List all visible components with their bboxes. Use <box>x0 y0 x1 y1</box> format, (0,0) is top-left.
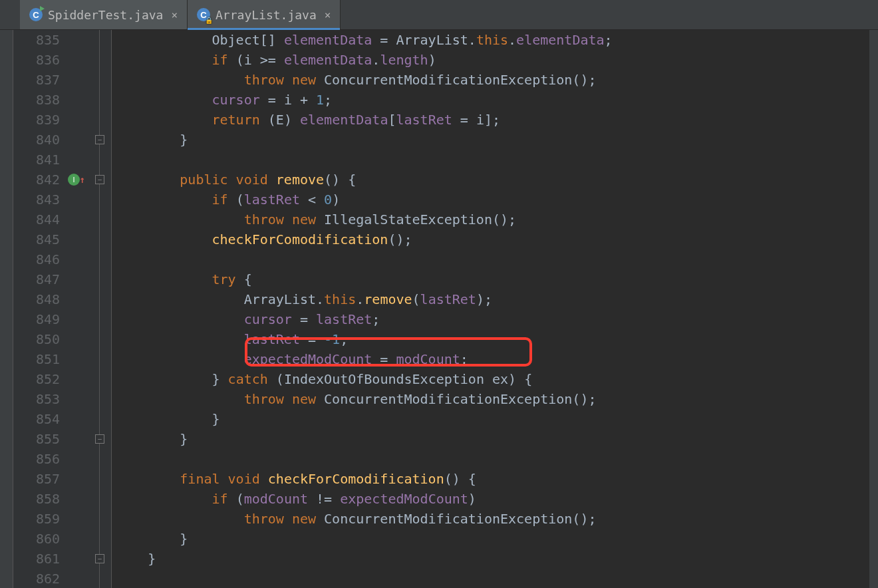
error-stripe[interactable] <box>869 30 878 588</box>
code-line[interactable] <box>116 249 869 269</box>
line-number: 850 <box>23 329 60 349</box>
fold-collapse-icon[interactable]: – <box>95 554 104 563</box>
code-line[interactable]: lastRet = -1; <box>116 329 869 349</box>
code-line[interactable]: if (modCount != expectedModCount) <box>116 489 869 509</box>
lock-icon: 🔒 <box>205 17 213 24</box>
fold-collapse-icon[interactable]: – <box>95 135 104 144</box>
code-line[interactable]: cursor = lastRet; <box>116 309 869 329</box>
code-line[interactable]: try { <box>116 269 869 289</box>
marker-gutter: I <box>65 30 89 588</box>
code-line[interactable]: throw new IllegalStateException(); <box>116 210 869 229</box>
code-line[interactable]: expectedModCount = modCount; <box>116 349 869 369</box>
code-line[interactable]: } <box>116 130 869 150</box>
code-line[interactable]: checkForComodification(); <box>116 229 869 249</box>
fold-gutter: –––– <box>89 30 112 588</box>
code-line[interactable]: } catch (IndexOutOfBoundsException ex) { <box>116 369 869 389</box>
line-number: 843 <box>23 190 60 210</box>
line-number: 840 <box>23 130 60 150</box>
tab-arraylist[interactable]: C 🔒 ArrayList.java × <box>188 0 341 29</box>
code-line[interactable]: Object[] elementData = ArrayList.this.el… <box>116 30 869 50</box>
code-line[interactable]: ArrayList.this.remove(lastRet); <box>116 289 869 309</box>
code-line[interactable]: } <box>116 429 869 449</box>
left-gutter <box>0 30 13 588</box>
line-number: 854 <box>23 409 60 429</box>
fold-line <box>99 30 100 588</box>
line-number: 848 <box>23 289 60 309</box>
editor-tabbar: C SpidderTest.java × C 🔒 ArrayList.java … <box>0 0 878 30</box>
line-number: 860 <box>23 529 60 549</box>
tab-label: ArrayList.java <box>216 8 317 22</box>
line-number-gutter: 8358368378388398408418428438448458468478… <box>13 30 65 588</box>
tab-spiddertest[interactable]: C SpidderTest.java × <box>20 0 188 29</box>
line-number: 844 <box>23 210 60 229</box>
line-number: 856 <box>23 449 60 469</box>
code-line[interactable]: return (E) elementData[lastRet = i]; <box>116 110 869 130</box>
code-line[interactable] <box>116 569 869 588</box>
line-number: 839 <box>23 110 60 130</box>
line-number: 857 <box>23 469 60 489</box>
code-line[interactable]: } <box>116 529 869 549</box>
line-number: 837 <box>23 70 60 90</box>
line-number: 838 <box>23 90 60 110</box>
line-number: 851 <box>23 349 60 369</box>
code-line[interactable]: } <box>116 409 869 429</box>
line-number: 842 <box>23 170 60 190</box>
fold-collapse-icon[interactable]: – <box>95 434 104 444</box>
tab-label: SpidderTest.java <box>48 8 163 22</box>
code-line[interactable]: throw new ConcurrentModificationExceptio… <box>116 389 869 409</box>
line-number: 849 <box>23 309 60 329</box>
close-icon[interactable]: × <box>171 9 178 21</box>
override-marker-icon[interactable]: I <box>68 174 80 186</box>
code-line[interactable]: } <box>116 549 869 569</box>
code-editor[interactable]: 8358368378388398408418428438448458468478… <box>0 30 878 588</box>
code-line[interactable]: final void checkForComodification() { <box>116 469 869 489</box>
line-number: 858 <box>23 489 60 509</box>
line-number: 853 <box>23 389 60 409</box>
close-icon[interactable]: × <box>325 9 331 21</box>
code-line[interactable] <box>116 449 869 469</box>
code-line[interactable]: if (lastRet < 0) <box>116 190 869 210</box>
line-number: 859 <box>23 509 60 529</box>
fold-collapse-icon[interactable]: – <box>95 175 104 184</box>
code-line[interactable]: throw new ConcurrentModificationExceptio… <box>116 509 869 529</box>
line-number: 855 <box>23 429 60 449</box>
line-number: 841 <box>23 150 60 170</box>
code-line[interactable]: cursor = i + 1; <box>116 90 869 110</box>
line-number: 836 <box>23 50 60 70</box>
line-number: 861 <box>23 549 60 569</box>
code-line[interactable]: if (i >= elementData.length) <box>116 50 869 70</box>
line-number: 862 <box>23 569 60 588</box>
line-number: 845 <box>23 229 60 249</box>
class-icon: C <box>29 8 43 21</box>
code-line[interactable]: throw new ConcurrentModificationExceptio… <box>116 70 869 90</box>
line-number: 852 <box>23 369 60 389</box>
code-line[interactable] <box>116 150 869 170</box>
line-number: 846 <box>23 249 60 269</box>
class-icon: C 🔒 <box>197 8 210 21</box>
line-number: 847 <box>23 269 60 289</box>
code-line[interactable]: public void remove() { <box>116 170 869 190</box>
line-number: 835 <box>23 30 60 50</box>
code-area[interactable]: Object[] elementData = ArrayList.this.el… <box>112 30 869 588</box>
